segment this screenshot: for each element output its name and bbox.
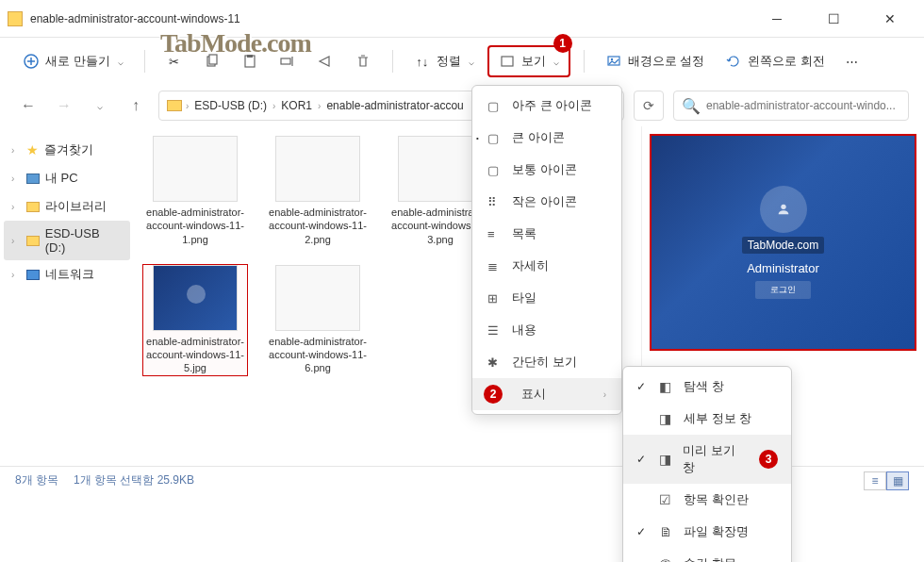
- content-icon: ☰: [487, 323, 503, 338]
- sidebar-label: 네트워크: [45, 266, 94, 283]
- forward-button[interactable]: →: [51, 92, 77, 119]
- svg-rect-6: [502, 57, 513, 66]
- rotate-icon: [725, 53, 742, 70]
- compact-icon: ✱: [487, 355, 503, 370]
- sidebar-label: 즐겨찾기: [44, 141, 93, 158]
- view-button-highlight: 1 보기 ⌵: [487, 45, 570, 77]
- sidebar-item-pc[interactable]: ›내 PC: [4, 164, 130, 192]
- dd-medium-icons[interactable]: ▢보통 아이콘: [472, 154, 621, 186]
- file-item-selected[interactable]: enable-administrator-account-windows-11-…: [143, 265, 247, 375]
- dd-tiles[interactable]: ⊞타일: [472, 282, 621, 314]
- folder-icon: [167, 100, 182, 111]
- dd-label: 목록: [512, 225, 536, 242]
- ellipsis-icon: ⋯: [846, 55, 858, 69]
- sm-label: 탐색 창: [684, 378, 724, 395]
- close-button[interactable]: ✕: [871, 5, 909, 33]
- dd-small-icons[interactable]: ⠿작은 아이콘: [472, 186, 621, 218]
- sm-extensions[interactable]: ✓🗎파일 확장명: [623, 516, 791, 548]
- wallpaper-label: 배경으로 설정: [628, 53, 705, 70]
- sidebar-item-usb[interactable]: ›ESD-USB (D:): [4, 221, 130, 260]
- dd-content[interactable]: ☰내용: [472, 314, 621, 346]
- sm-label: 세부 정보 창: [684, 410, 751, 427]
- chevron-icon: ›: [11, 270, 21, 280]
- sidebar-item-library[interactable]: ›라이브러리: [4, 192, 130, 221]
- selection-info: 1개 항목 선택함 25.9KB: [74, 472, 194, 488]
- grid-icon: ▢: [487, 163, 503, 177]
- up-button[interactable]: ↑: [123, 92, 149, 119]
- chevron-icon: ›: [11, 174, 21, 184]
- list-view-button[interactable]: ≡: [864, 471, 886, 490]
- sm-preview-pane[interactable]: ✓◨미리 보기 창3: [623, 435, 791, 484]
- breadcrumb-item[interactable]: ESD-USB (D:): [192, 99, 269, 112]
- maximize-button[interactable]: ☐: [815, 5, 852, 33]
- sort-icon: ↑↓: [414, 53, 431, 70]
- drive-icon: [26, 236, 40, 246]
- sm-label: 숨긴 항목: [684, 555, 736, 562]
- sidebar-label: 내 PC: [45, 170, 78, 187]
- dd-list[interactable]: ≡목록: [472, 218, 621, 250]
- share-button[interactable]: [309, 49, 341, 74]
- preview-username: Administrator: [747, 261, 819, 275]
- sm-checkboxes[interactable]: ☑항목 확인란: [623, 484, 791, 516]
- delete-button[interactable]: [347, 49, 379, 74]
- refresh-button[interactable]: ⟳: [634, 91, 664, 121]
- chevron-down-icon[interactable]: ⌵: [87, 92, 113, 119]
- dd-label: 표시: [521, 386, 546, 403]
- search-input[interactable]: [706, 99, 900, 112]
- file-item[interactable]: enable-administrator-account-windows-11-…: [266, 265, 370, 375]
- grid-view-button[interactable]: ▦: [886, 471, 909, 490]
- dd-show-submenu[interactable]: 2표시›: [472, 378, 621, 410]
- new-button[interactable]: 새로 만들기 ⌵: [15, 49, 131, 74]
- share-icon: [317, 53, 334, 70]
- annotation-badge-3: 3: [759, 450, 778, 469]
- folder-icon: [8, 11, 23, 26]
- sidebar-item-network[interactable]: ›네트워크: [4, 260, 130, 289]
- sm-details-pane[interactable]: ◨세부 정보 창: [623, 403, 791, 435]
- breadcrumb-item[interactable]: enable-administrator-accou: [324, 99, 465, 112]
- dd-extra-large-icons[interactable]: ▢아주 큰 아이콘: [472, 90, 621, 122]
- pane-icon: ◨: [659, 452, 674, 467]
- dd-label: 간단히 보기: [512, 354, 577, 371]
- sm-hidden-items[interactable]: 👁숨긴 항목: [623, 548, 791, 562]
- dd-compact[interactable]: ✱간단히 보기: [472, 346, 621, 378]
- library-icon: [26, 202, 40, 212]
- dd-details[interactable]: ≣자세히: [472, 250, 621, 282]
- more-button[interactable]: ⋯: [838, 51, 866, 73]
- separator: [392, 50, 393, 73]
- rotate-button[interactable]: 왼쪽으로 회전: [718, 49, 833, 74]
- wallpaper-button[interactable]: 배경으로 설정: [598, 49, 713, 74]
- file-name: enable-administrator-account-windows-11-…: [266, 206, 370, 246]
- sidebar-item-favorites[interactable]: ›★즐겨찾기: [4, 136, 130, 164]
- thumbnail: [153, 265, 238, 331]
- back-button[interactable]: ←: [15, 92, 41, 119]
- dd-label: 큰 아이콘: [512, 129, 565, 146]
- wallpaper-icon: [605, 53, 622, 70]
- grid-icon: ▢: [487, 99, 503, 113]
- chevron-icon: ›: [11, 145, 21, 156]
- separator: [584, 50, 585, 73]
- minimize-button[interactable]: ─: [758, 5, 796, 33]
- chevron-right-icon: ›: [186, 101, 189, 111]
- list-icon: ≡: [487, 227, 503, 241]
- file-item[interactable]: enable-administrator-account-windows-11-…: [143, 136, 247, 246]
- sidebar-label: 라이브러리: [45, 198, 107, 215]
- titlebar: enable-administrator-account-windows-11 …: [0, 0, 924, 38]
- navbar: ← → ⌵ ↑ › ESD-USB (D:) › KOR1 › enable-a…: [0, 85, 924, 126]
- view-button[interactable]: 보기 ⌵: [491, 49, 567, 74]
- search-box[interactable]: 🔍: [673, 91, 909, 121]
- chevron-right-icon: ›: [272, 101, 275, 111]
- show-submenu: ✓◧탐색 창 ◨세부 정보 창 ✓◨미리 보기 창3 ☑항목 확인란 ✓🗎파일 …: [622, 366, 792, 562]
- breadcrumb-item[interactable]: KOR1: [279, 99, 314, 112]
- chevron-down-icon: ⌵: [118, 57, 124, 67]
- sort-button[interactable]: ↑↓ 정렬 ⌵: [406, 49, 482, 74]
- dd-large-icons[interactable]: •▢큰 아이콘: [472, 122, 621, 154]
- svg-rect-5: [281, 58, 290, 64]
- svg-point-8: [610, 58, 612, 60]
- sm-label: 미리 보기 창: [683, 442, 750, 476]
- annotation-badge-2: 2: [484, 385, 503, 404]
- grid-icon: ⠿: [487, 195, 503, 209]
- bullet-icon: •: [476, 134, 479, 142]
- file-item[interactable]: enable-administrator-account-windows-11-…: [266, 136, 370, 246]
- sm-navigation-pane[interactable]: ✓◧탐색 창: [623, 371, 791, 403]
- view-dropdown: ▢아주 큰 아이콘 •▢큰 아이콘 ▢보통 아이콘 ⠿작은 아이콘 ≡목록 ≣자…: [471, 85, 622, 415]
